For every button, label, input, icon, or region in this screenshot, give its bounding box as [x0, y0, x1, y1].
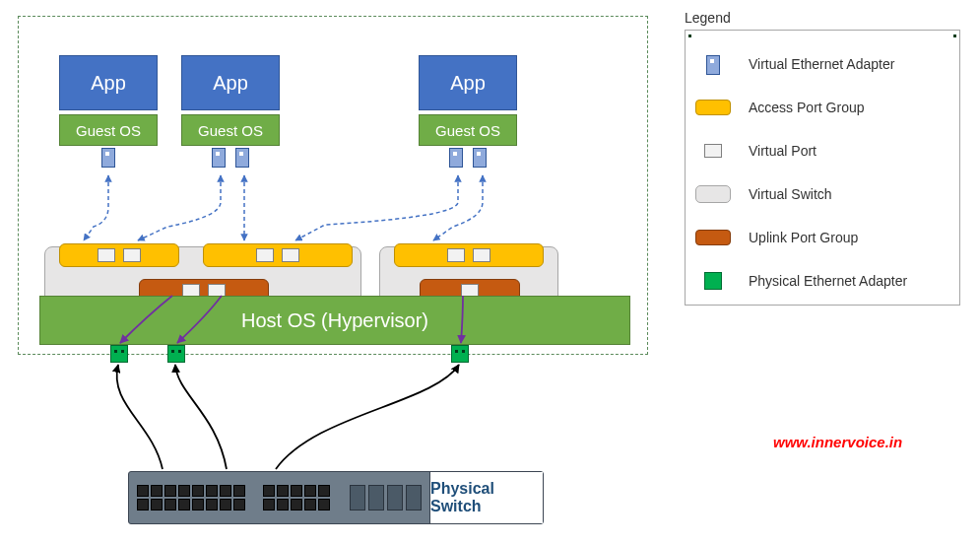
- virtual-port-icon: [282, 248, 299, 262]
- switch-sfp-block: [350, 485, 422, 511]
- physical-switch: Physical Switch: [128, 471, 544, 524]
- physical-link: [117, 365, 163, 469]
- legend-label: Virtual Port: [749, 143, 817, 159]
- veth-row: [181, 146, 280, 168]
- legend-label: Uplink Port Group: [749, 230, 858, 245]
- virtual-switch-icon: [695, 185, 731, 203]
- access-port-group: [203, 243, 353, 267]
- legend-label: Access Port Group: [749, 100, 865, 115]
- physical-switch-label: Physical Switch: [429, 472, 543, 523]
- physical-link: [175, 365, 227, 469]
- legend-label: Virtual Ethernet Adapter: [749, 56, 894, 72]
- app-box: App: [419, 55, 517, 110]
- legend-row-vport: Virtual Port: [695, 129, 949, 172]
- watermark-text: www.innervoice.in: [773, 434, 902, 450]
- vm-stack-2: App Guest OS: [181, 55, 280, 168]
- virtual-port-icon: [256, 248, 274, 262]
- physical-link: [276, 365, 459, 469]
- virtual-ethernet-adapter-icon: [473, 148, 487, 168]
- legend-title: Legend: [685, 10, 731, 26]
- legend-label: Physical Ethernet Adapter: [749, 273, 907, 289]
- physical-ethernet-adapter-icon: [167, 345, 185, 363]
- access-port-group: [59, 243, 179, 267]
- legend-row-vswitch: Virtual Switch: [695, 172, 949, 216]
- virtual-ethernet-adapter-icon: [449, 148, 463, 168]
- virtual-port-icon: [447, 248, 465, 262]
- access-port-group: [394, 243, 544, 267]
- app-box: App: [181, 55, 280, 110]
- legend-label: Virtual Switch: [749, 186, 832, 202]
- virtual-ethernet-adapter-icon: [706, 55, 720, 75]
- switch-port-block: [263, 480, 342, 515]
- legend-row-uplink: Uplink Port Group: [695, 216, 949, 259]
- guest-os-box: Guest OS: [181, 114, 280, 146]
- legend-row-veth: Virtual Ethernet Adapter: [695, 42, 949, 86]
- physical-ethernet-adapter-icon: [110, 345, 128, 363]
- physical-ethernet-adapter-icon: [451, 345, 469, 363]
- host-os-box: Host OS (Hypervisor): [39, 296, 630, 345]
- legend-box: Virtual Ethernet Adapter Access Port Gro…: [685, 30, 960, 306]
- veth-row: [419, 146, 517, 168]
- access-port-group-icon: [695, 100, 731, 115]
- switch-port-block: [137, 480, 255, 515]
- virtual-ethernet-adapter-icon: [212, 148, 226, 168]
- physical-ethernet-adapter-icon: [704, 272, 722, 290]
- virtual-port-icon: [123, 248, 141, 262]
- legend-row-access: Access Port Group: [695, 86, 949, 129]
- guest-os-box: Guest OS: [59, 114, 158, 146]
- guest-os-box: Guest OS: [419, 114, 517, 146]
- virtual-port-icon: [473, 248, 490, 262]
- vm-stack-1: App Guest OS: [59, 55, 158, 168]
- virtual-ethernet-adapter-icon: [101, 148, 115, 168]
- virtual-port-icon: [704, 144, 722, 158]
- app-box: App: [59, 55, 158, 110]
- uplink-port-group-icon: [695, 230, 731, 245]
- legend-row-peth: Physical Ethernet Adapter: [695, 259, 949, 303]
- virtual-ethernet-adapter-icon: [235, 148, 249, 168]
- veth-row: [59, 146, 158, 168]
- virtual-port-icon: [98, 248, 115, 262]
- vm-stack-3: App Guest OS: [419, 55, 517, 168]
